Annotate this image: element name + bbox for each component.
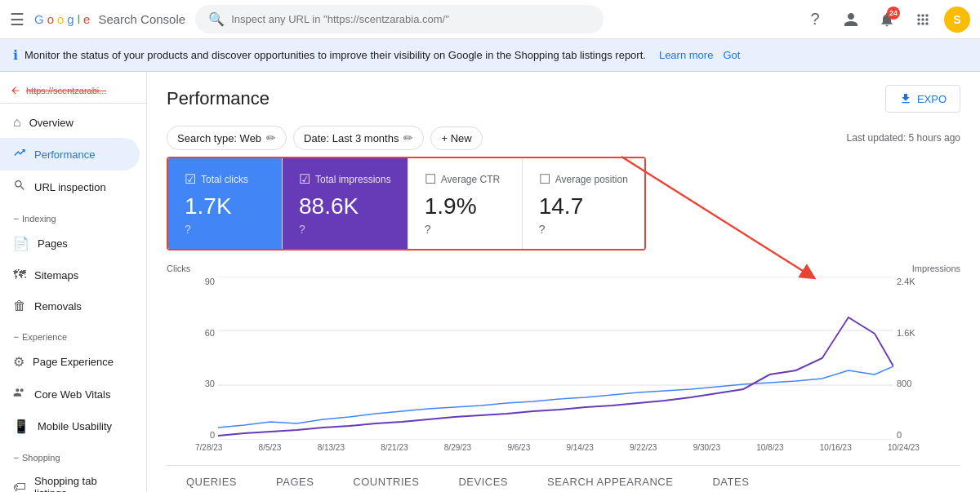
metrics-section: ☑ Total clicks 1.7K ? ☑ Total impression… <box>167 157 646 264</box>
info-icon: ℹ <box>13 47 18 63</box>
ctr-help-icon: ? <box>425 223 431 236</box>
search-icon: 🔍 <box>208 11 225 27</box>
metric-total-impressions[interactable]: ☑ Total impressions 88.6K ? <box>283 158 408 249</box>
home-icon: ⌂ <box>13 115 21 130</box>
logo-l-green: l <box>78 12 80 26</box>
metric-ctr-value: 1.9% <box>425 193 506 219</box>
export-button[interactable]: EXPO <box>885 85 960 113</box>
metric-total-clicks[interactable]: ☑ Total clicks 1.7K ? <box>168 158 283 249</box>
topbar: ☰ Google Search Console 🔍 ? 24 S <box>0 0 980 39</box>
search-input[interactable] <box>231 13 590 25</box>
tab-devices[interactable]: DEVICES <box>439 466 528 492</box>
logo-o-red: o <box>47 12 54 26</box>
page-experience-icon: ⚙ <box>13 354 24 370</box>
google-logo: Google Search Console <box>34 12 185 26</box>
sidebar-label-overview: Overview <box>29 117 74 129</box>
date-filter[interactable]: Date: Last 3 months ✏ <box>293 126 424 150</box>
main-content: Performance EXPO Search type: Web ✏ Date… <box>147 72 980 492</box>
apps-icon[interactable] <box>908 5 938 34</box>
sidebar-label-removals: Removals <box>34 300 82 312</box>
metric-ctr-label: ☐ Average CTR <box>425 171 506 187</box>
chart-title-left: Clicks <box>167 264 190 273</box>
mobile-usability-icon: 📱 <box>13 419 29 434</box>
logo-o-yellow: o <box>57 12 64 26</box>
tab-pages[interactable]: PAGES <box>256 466 333 492</box>
position-help-icon: ? <box>539 223 546 236</box>
sidebar-item-overview[interactable]: ⌂ Overview <box>0 107 140 138</box>
metrics-container: ☑ Total clicks 1.7K ? ☑ Total impression… <box>167 157 646 250</box>
tab-countries[interactable]: COUNTRIES <box>333 466 439 492</box>
metric-clicks-label: ☑ Total clicks <box>185 171 265 187</box>
logo-g-blue: G <box>34 12 44 26</box>
topbar-actions: ? 24 S <box>800 5 970 34</box>
notif-badge: 24 <box>887 7 900 20</box>
sidebar-item-url-inspection[interactable]: URL inspection <box>0 171 140 203</box>
chart-x-axis: 7/28/23 8/5/23 8/13/23 8/21/23 8/29/23 9… <box>195 440 920 452</box>
metric-impressions-label: ☑ Total impressions <box>299 171 391 187</box>
new-filter-button[interactable]: + New <box>430 126 482 150</box>
sidebar-label-sitemaps: Sitemaps <box>34 269 78 281</box>
edit-date-icon: ✏ <box>403 131 413 144</box>
metric-clicks-value: 1.7K <box>185 193 265 219</box>
chevron-indexing: − <box>13 213 19 224</box>
sidebar-item-pages[interactable]: 📄 Pages <box>0 228 140 259</box>
logo-g-blue2: g <box>67 12 74 26</box>
sidebar-label-shopping-tab: Shopping tab listings <box>34 475 127 492</box>
sidebar-item-core-web-vitals[interactable]: Core Web Vitals <box>0 378 140 410</box>
sidebar-label-pages: Pages <box>38 237 68 250</box>
bottom-tabs: QUERIES PAGES COUNTRIES DEVICES SEARCH A… <box>167 465 960 492</box>
core-web-vitals-icon <box>13 386 26 402</box>
checkbox-clicks-icon: ☑ <box>185 171 196 187</box>
search-type-filter[interactable]: Search type: Web ✏ <box>167 126 287 150</box>
learn-more-link[interactable]: Learn more <box>659 49 713 61</box>
search-sidebar-icon <box>13 179 26 195</box>
edit-search-type-icon: ✏ <box>266 131 276 144</box>
performance-chart <box>218 277 893 440</box>
checkbox-ctr-icon: ☐ <box>425 171 436 187</box>
filter-bar: Search type: Web ✏ Date: Last 3 months ✏… <box>167 126 960 150</box>
sidebar-section-indexing: − Indexing <box>0 203 146 228</box>
account-icon[interactable] <box>836 5 866 34</box>
sidebar-item-mobile-usability[interactable]: 📱 Mobile Usability <box>0 410 140 442</box>
metric-avg-position[interactable]: ☐ Average position 14.7 ? <box>523 158 644 249</box>
sidebar-label-mobile-usability: Mobile Usability <box>38 420 112 432</box>
sidebar-item-removals[interactable]: 🗑 Removals <box>0 290 140 321</box>
chart-y-axis-left: 90 60 30 0 <box>195 277 218 440</box>
sidebar-label-page-experience: Page Experience <box>33 356 114 368</box>
chart-area: Clicks Impressions 90 60 30 0 <box>167 277 960 452</box>
removals-icon: 🗑 <box>13 299 26 313</box>
banner-text: Monitor the status of your products and … <box>24 49 646 61</box>
last-updated-text: Last updated: 5 hours ago <box>847 132 960 144</box>
sidebar-item-performance[interactable]: Performance <box>0 138 140 171</box>
info-banner: ℹ Monitor the status of your products an… <box>0 39 980 72</box>
sidebar-item-page-experience[interactable]: ⚙ Page Experience <box>0 346 140 378</box>
sidebar-url[interactable]: https://scentzarabi... <box>0 78 146 104</box>
search-bar[interactable]: 🔍 <box>195 5 604 33</box>
tab-dates[interactable]: DATES <box>693 466 768 492</box>
main-layout: https://scentzarabi... ⌂ Overview Perfor… <box>0 72 980 492</box>
sidebar-section-experience: − Experience <box>0 321 146 346</box>
help-icon[interactable]: ? <box>800 5 830 34</box>
notifications-icon[interactable]: 24 <box>872 5 902 34</box>
sidebar-label-performance: Performance <box>34 148 95 161</box>
chart-title-right: Impressions <box>912 264 960 273</box>
sidebar-url-text: https://scentzarabi... <box>26 86 106 95</box>
sidebar-label-url-inspection: URL inspection <box>34 181 106 193</box>
trending-icon <box>13 146 26 162</box>
pages-icon: 📄 <box>13 236 29 251</box>
sitemaps-icon: 🗺 <box>13 268 26 282</box>
tab-search-appearance[interactable]: SEARCH APPEARANCE <box>528 466 693 492</box>
metric-avg-ctr[interactable]: ☐ Average CTR 1.9% ? <box>408 158 523 249</box>
tab-queries[interactable]: QUERIES <box>167 466 256 492</box>
impressions-help-icon: ? <box>299 223 305 236</box>
menu-icon[interactable]: ☰ <box>10 10 24 29</box>
user-avatar[interactable]: S <box>944 7 970 33</box>
metric-position-value: 14.7 <box>539 193 628 219</box>
sidebar-section-shopping: − Shopping <box>0 442 146 467</box>
got-link[interactable]: Got <box>723 49 740 61</box>
sidebar-item-shopping-tab[interactable]: 🏷 Shopping tab listings <box>0 467 140 492</box>
sidebar-item-sitemaps[interactable]: 🗺 Sitemaps <box>0 259 140 290</box>
main-header: Performance EXPO <box>167 85 960 113</box>
page-title: Performance <box>167 88 270 109</box>
checkbox-position-icon: ☐ <box>539 171 550 187</box>
